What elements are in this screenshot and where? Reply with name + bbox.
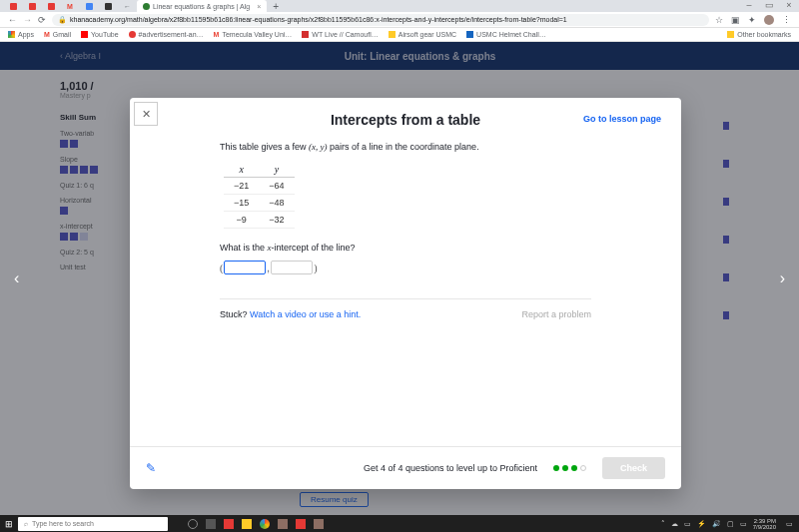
profile-avatar[interactable] [764,15,774,25]
gear-icon [86,3,93,10]
y-answer-input[interactable] [271,261,313,274]
tab-back[interactable]: ← [118,0,137,12]
wt-bookmark[interactable]: WT Live // Camoufl… [302,31,378,38]
other-bookmarks[interactable]: Other bookmarks [727,31,791,38]
tray-chevron-icon[interactable]: ˄ [661,520,665,528]
tab-settings[interactable] [80,0,99,12]
m-icon: M [214,31,220,38]
lang-icon[interactable]: ▭ [740,520,747,528]
cortana-icon[interactable] [188,519,198,529]
youtube-icon [81,31,88,38]
cast-icon[interactable]: ▣ [731,15,740,25]
sound-icon[interactable]: 🔊 [712,520,721,528]
taskbar-clock[interactable]: 2:39 PM 7/9/2020 [753,518,780,530]
page-content: ‹ Algebra I Unit: Linear equations & gra… [0,42,799,515]
next-chevron-icon[interactable]: › [770,260,795,297]
menu-icon[interactable]: ⋮ [782,15,791,25]
table-row: −9−32 [224,212,295,229]
extension-icon[interactable]: ✦ [748,15,756,25]
airsoft-bookmark[interactable]: Airsoft gear USMC [389,31,456,38]
favicon [48,3,55,10]
apps-icon [8,31,15,38]
report-problem-link[interactable]: Report a problem [521,309,591,319]
reload-icon[interactable]: ⟳ [38,15,46,25]
go-to-lesson-link[interactable]: Go to lesson page [583,114,661,124]
bookmark-bar: Apps MGmail YouTube #advertisement-an… M… [0,28,799,42]
app-icon-3[interactable] [314,519,324,529]
new-tab-button[interactable]: + [267,1,285,12]
taskbar-search[interactable]: ⌕ Type here to search [18,517,168,531]
progress-text: Get 4 of 4 questions to level up to Prof… [364,463,537,473]
browser-tab-strip: M ← Linear equations & graphs | Alg × + … [0,0,799,12]
tab-close-icon[interactable]: × [257,3,261,10]
window-controls: – ▭ × [739,0,799,12]
url-text: khanacademy.org/math/algebra/x2f8bb11595… [70,16,567,23]
stuck-row: Stuck? Watch a video or use a hint. Repo… [220,309,591,319]
khan-icon [143,3,150,10]
xy-table: xy −21−64 −15−48 −9−32 [224,162,295,229]
minimize-button[interactable]: – [739,0,759,12]
system-tray: ˄ ☁ ▭ ⚡ 🔊 ▢ ▭ 2:39 PM 7/9/2020 ▭ [661,518,799,530]
tab-3[interactable] [42,0,61,12]
note-icon [105,3,112,10]
gmail-icon: M [44,31,50,38]
magic-wand-icon[interactable]: ✎ [146,461,156,475]
chrome-icon[interactable] [260,519,270,529]
bookmark-star-icon[interactable]: ☆ [715,15,723,25]
tab-gmail[interactable]: M [61,0,80,12]
comma: , [267,263,270,273]
answer-row: ( , ) [220,261,591,274]
table-row: −21−64 [224,178,295,195]
back-icon: ← [124,3,131,10]
app-icon-2[interactable] [278,519,288,529]
explorer-icon[interactable] [242,519,252,529]
folder-icon [389,31,396,38]
network-icon[interactable]: ▭ [684,520,691,528]
onedrive-icon[interactable]: ☁ [671,520,678,528]
lock-icon: 🔒 [58,16,67,24]
close-window-button[interactable]: × [779,0,799,12]
nav-forward-icon: → [23,15,32,25]
youtube-bookmark[interactable]: YouTube [81,31,119,38]
roblox-icon[interactable] [296,519,306,529]
stuck-text: Stuck? Watch a video or use a hint. [220,309,361,319]
battery-icon[interactable]: ▢ [727,520,734,528]
nav-back-icon[interactable]: ← [8,15,17,25]
taskview-icon[interactable] [206,519,216,529]
col-x: x [224,162,259,178]
tab-title: Linear equations & graphs | Alg [153,3,250,10]
tab-2[interactable] [23,0,42,12]
notifications-icon[interactable]: ▭ [786,520,793,528]
start-button[interactable]: ⊞ [0,519,18,529]
modal-header: Intercepts from a table Go to lesson pag… [130,98,681,136]
page-icon [129,31,136,38]
x-answer-input[interactable] [224,261,266,274]
app-icon[interactable] [224,519,234,529]
helmet-bookmark[interactable]: USMC Helmet Chall… [466,31,546,38]
tvu-bookmark[interactable]: MTemecula Valley Uni… [214,31,293,38]
divider [220,298,591,299]
check-button[interactable]: Check [602,457,665,479]
close-paren: ) [314,263,317,273]
url-input[interactable]: 🔒 khanacademy.org/math/algebra/x2f8bb115… [52,14,709,26]
apps-bookmark[interactable]: Apps [8,31,34,38]
dot-done [571,465,577,471]
search-icon: ⌕ [24,520,28,527]
modal-footer: ✎ Get 4 of 4 questions to level up to Pr… [130,446,681,489]
prev-chevron-icon[interactable]: ‹ [4,260,29,297]
gmail-bookmark[interactable]: MGmail [44,31,71,38]
task-icons [188,519,324,529]
windows-taskbar: ⊞ ⌕ Type here to search ˄ ☁ ▭ ⚡ 🔊 ▢ ▭ 2:… [0,515,799,532]
prompt-text: This table gives a few (x, y) pairs of a… [220,142,591,152]
tab-active-khan[interactable]: Linear equations & graphs | Alg × [137,0,267,12]
wifi-icon[interactable]: ⚡ [697,520,706,528]
exercise-modal: ✕ Intercepts from a table Go to lesson p… [130,98,681,489]
adv-bookmark[interactable]: #advertisement-an… [129,31,204,38]
dot-done [562,465,568,471]
tab-1[interactable] [4,0,23,12]
maximize-button[interactable]: ▭ [759,0,779,12]
dot-done [553,465,559,471]
tab-note[interactable] [99,0,118,12]
hint-link[interactable]: Watch a video or use a hint. [250,309,361,319]
search-placeholder: Type here to search [32,520,94,527]
